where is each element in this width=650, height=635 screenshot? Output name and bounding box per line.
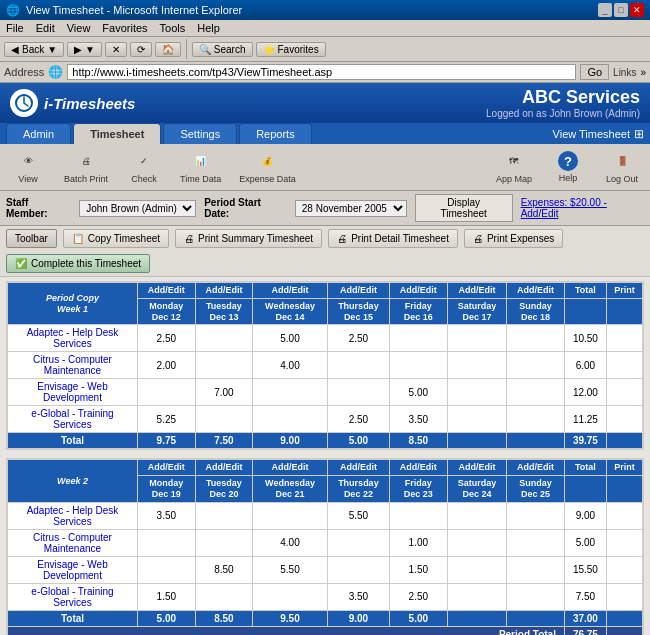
- menu-file[interactable]: File: [6, 22, 24, 34]
- w2-r1-total: 5.00: [564, 529, 606, 556]
- w1-tue-addedit[interactable]: Add/Edit: [195, 283, 253, 299]
- w1-mon-header: MondayDec 12: [138, 298, 196, 325]
- w2-tue-addedit[interactable]: Add/Edit: [195, 460, 253, 476]
- tab-timesheet[interactable]: Timesheet: [73, 123, 161, 144]
- w1-total-wed: 9.00: [253, 433, 327, 449]
- expense-data-button[interactable]: 💰 Expense Data: [235, 147, 300, 187]
- table-row: Citrus - Computer Maintenance 2.00 4.00 …: [8, 352, 643, 379]
- titlebar: 🌐 View Timesheet - Microsoft Internet Ex…: [0, 0, 650, 20]
- w1-r3-tue: [195, 406, 253, 433]
- w2-r3-fri: 2.50: [390, 583, 448, 610]
- menu-edit[interactable]: Edit: [36, 22, 55, 34]
- staff-select[interactable]: John Brown (Admin): [79, 200, 196, 217]
- w2-r2-thu: [327, 556, 389, 583]
- w2-r3-thu: 3.50: [327, 583, 389, 610]
- complete-timesheet-button[interactable]: ✅ Complete this Timesheet: [6, 254, 150, 273]
- week1-table: Period Copy Week 1 Add/Edit Add/Edit Add…: [7, 282, 643, 449]
- w1-service-2[interactable]: Envisage - Web Development: [8, 379, 138, 406]
- print-detail-button[interactable]: 🖨 Print Detail Timesheet: [328, 229, 458, 248]
- w1-sun-addedit[interactable]: Add/Edit: [507, 283, 565, 299]
- week2-total-row: Total 5.00 8.50 9.50 9.00 5.00 37.00: [8, 610, 643, 626]
- search-button[interactable]: 🔍 Search: [192, 42, 253, 57]
- period-select[interactable]: 28 November 2005: [295, 200, 407, 217]
- w1-r2-thu: [327, 379, 389, 406]
- w2-service-0[interactable]: Adaptec - Help Desk Services: [8, 502, 138, 529]
- w1-r0-thu: 2.50: [327, 325, 389, 352]
- tab-reports[interactable]: Reports: [239, 123, 312, 144]
- menu-view[interactable]: View: [67, 22, 91, 34]
- menu-help[interactable]: Help: [197, 22, 220, 34]
- w2-r3-total: 7.50: [564, 583, 606, 610]
- w2-total-sat: [447, 610, 507, 626]
- maximize-button[interactable]: □: [614, 3, 628, 17]
- w2-service-1[interactable]: Citrus - Computer Maintenance: [8, 529, 138, 556]
- menu-favorites[interactable]: Favorites: [102, 22, 147, 34]
- toolbar-button[interactable]: Toolbar: [6, 229, 57, 248]
- w1-service-0[interactable]: Adaptec - Help Desk Services: [8, 325, 138, 352]
- w1-r0-total: 10.50: [564, 325, 606, 352]
- close-button[interactable]: ✕: [630, 3, 644, 17]
- w2-r2-sat: [447, 556, 507, 583]
- w2-r1-thu: [327, 529, 389, 556]
- go-button[interactable]: Go: [580, 64, 609, 80]
- w1-service-3[interactable]: e-Global - Training Services: [8, 406, 138, 433]
- w2-service-3[interactable]: e-Global - Training Services: [8, 583, 138, 610]
- help-button[interactable]: ? Help: [546, 148, 590, 186]
- w1-fri-addedit[interactable]: Add/Edit: [390, 283, 448, 299]
- w2-r2-tue: 8.50: [195, 556, 253, 583]
- week2-table: Week 2 Add/Edit Add/Edit Add/Edit Add/Ed…: [7, 459, 643, 635]
- w2-fri-addedit[interactable]: Add/Edit: [390, 460, 448, 476]
- print-expenses-button[interactable]: 🖨 Print Expenses: [464, 229, 563, 248]
- batch-print-icon: 🖨: [75, 150, 97, 172]
- w2-print-header: Print: [606, 460, 642, 476]
- logout-icon: 🚪: [611, 150, 633, 172]
- w2-total-mon: 5.00: [138, 610, 196, 626]
- tab-admin[interactable]: Admin: [6, 123, 71, 144]
- w1-thu-addedit[interactable]: Add/Edit: [327, 283, 389, 299]
- w1-r3-sat: [447, 406, 507, 433]
- batch-print-button[interactable]: 🖨 Batch Print: [60, 147, 112, 187]
- copy-timesheet-button[interactable]: 📋 Copy Timesheet: [63, 229, 169, 248]
- view-button[interactable]: 👁 View: [6, 147, 50, 187]
- w2-service-2[interactable]: Envisage - Web Development: [8, 556, 138, 583]
- main-content: Period Copy Week 1 Add/Edit Add/Edit Add…: [0, 277, 650, 635]
- w1-service-1[interactable]: Citrus - Computer Maintenance: [8, 352, 138, 379]
- w1-print-col: [606, 298, 642, 325]
- w1-total-sun: [507, 433, 565, 449]
- w2-thu-addedit[interactable]: Add/Edit: [327, 460, 389, 476]
- w2-wed-addedit[interactable]: Add/Edit: [253, 460, 327, 476]
- w2-mon-addedit[interactable]: Add/Edit: [138, 460, 196, 476]
- w1-mon-addedit[interactable]: Add/Edit: [138, 283, 196, 299]
- w2-fri-header: FridayDec 23: [390, 476, 448, 503]
- time-data-button[interactable]: 📊 Time Data: [176, 147, 225, 187]
- print-summary-button[interactable]: 🖨 Print Summary Timesheet: [175, 229, 322, 248]
- menu-tools[interactable]: Tools: [160, 22, 186, 34]
- w2-sun-addedit[interactable]: Add/Edit: [507, 460, 565, 476]
- w1-wed-addedit[interactable]: Add/Edit: [253, 283, 327, 299]
- forward-button[interactable]: ▶ ▼: [67, 42, 102, 57]
- stop-button[interactable]: ✕: [105, 42, 127, 57]
- w2-print-col: [606, 476, 642, 503]
- w1-sat-addedit[interactable]: Add/Edit: [447, 283, 507, 299]
- back-button[interactable]: ◀ Back ▼: [4, 42, 64, 57]
- home-button[interactable]: 🏠: [155, 42, 181, 57]
- address-input[interactable]: [67, 64, 576, 80]
- w2-r3-print: [606, 583, 642, 610]
- favorites-button[interactable]: ⭐ Favorites: [256, 42, 326, 57]
- staff-label: Staff Member:: [6, 197, 71, 219]
- expenses-link[interactable]: Expenses: $20.00 - Add/Edit: [521, 197, 644, 219]
- table-row: Envisage - Web Development 8.50 5.50 1.5…: [8, 556, 643, 583]
- w1-total-tue: 7.50: [195, 433, 253, 449]
- action-bar: Toolbar 📋 Copy Timesheet 🖨 Print Summary…: [0, 226, 650, 277]
- print-expenses-icon: 🖨: [473, 233, 483, 244]
- address-bar: Address 🌐 Go Links »: [0, 62, 650, 83]
- w2-r3-sun: [507, 583, 565, 610]
- check-button[interactable]: ✓ Check: [122, 147, 166, 187]
- display-timesheet-button[interactable]: Display Timesheet: [415, 194, 513, 222]
- app-map-button[interactable]: 🗺 App Map: [492, 147, 536, 187]
- refresh-button[interactable]: ⟳: [130, 42, 152, 57]
- minimize-button[interactable]: _: [598, 3, 612, 17]
- logout-button[interactable]: 🚪 Log Out: [600, 147, 644, 187]
- w2-sat-addedit[interactable]: Add/Edit: [447, 460, 507, 476]
- tab-settings[interactable]: Settings: [163, 123, 237, 144]
